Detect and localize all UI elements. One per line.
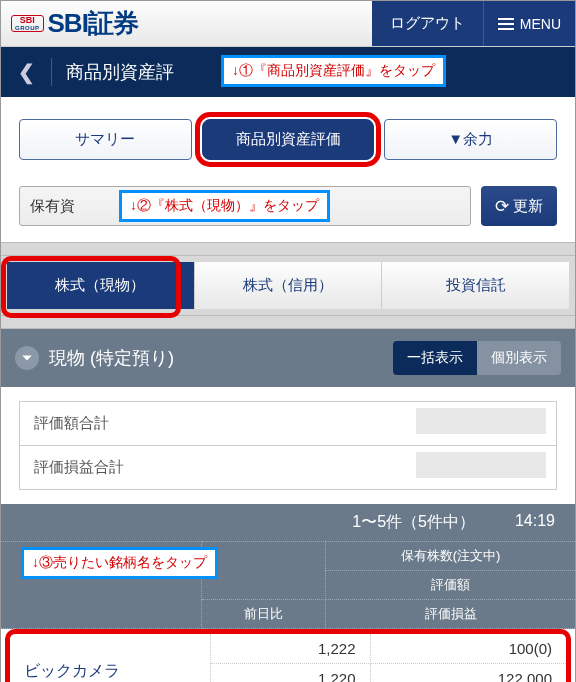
pl-total-label: 評価損益合計 <box>20 446 170 489</box>
callout-step-1: ↓①『商品別資産評価』をタップ <box>221 55 446 87</box>
summary-row-valuation: 評価額合計 <box>20 402 556 446</box>
col-prev-change: 前日比 <box>201 600 326 629</box>
stock-row[interactable]: ビックカメラ (3048) 1,222 100(0) 1,220 122,000… <box>5 629 571 682</box>
chevron-down-icon <box>21 352 33 364</box>
refresh-button[interactable]: ⟳ 更新 <box>481 186 557 226</box>
tab-summary[interactable]: サマリー <box>19 119 192 160</box>
tabs-area: サマリー 商品別資産評価 ▼余力 保有資 ↓②『株式（現物）』をタップ ⟳ 更新 <box>1 97 575 242</box>
pl-total-value <box>170 446 556 489</box>
cell-qty: 100(0) <box>370 634 566 664</box>
back-chevron-icon[interactable]: ❮ <box>1 60 51 84</box>
page-title: 商品別資産評 <box>52 60 174 84</box>
result-count: 1〜5件（5件中） <box>352 512 475 533</box>
subtab-margin[interactable]: 株式（信用） <box>195 262 383 309</box>
col-valuation: 評価額 <box>326 571 575 600</box>
brand-text: SBI証券 <box>48 6 138 41</box>
timestamp: 14:19 <box>515 512 555 533</box>
view-toggle: 一括表示 個別表示 <box>393 341 561 375</box>
menu-button[interactable]: MENU <box>483 1 575 46</box>
holdings-select-label: 保有資 <box>30 197 75 216</box>
section-header: 現物 (特定預り) 一括表示 個別表示 <box>1 329 575 387</box>
valuation-total-label: 評価額合計 <box>20 402 170 445</box>
logo-badge: SBI GROUP <box>11 15 44 32</box>
separator <box>1 242 575 256</box>
brand-logo[interactable]: SBI GROUP SBI証券 <box>1 1 372 46</box>
separator <box>1 315 575 329</box>
summary-row-pl: 評価損益合計 <box>20 446 556 489</box>
valuation-total-value <box>170 402 556 445</box>
app-header: SBI GROUP SBI証券 ログアウト MENU <box>1 1 575 47</box>
cell-price: 1,222 <box>210 634 370 664</box>
grid-meta: 1〜5件（5件中） 14:19 <box>1 504 575 541</box>
collapse-toggle[interactable] <box>15 346 39 370</box>
tab-assets[interactable]: 商品別資産評価 <box>202 119 375 160</box>
page-nav: ❮ 商品別資産評 ↓①『商品別資産評価』をタップ <box>1 47 575 97</box>
tab-extra[interactable]: ▼余力 <box>384 119 557 160</box>
stock-name: ビックカメラ <box>24 661 196 682</box>
section-title: 現物 (特定預り) <box>49 346 383 370</box>
subtab-fund[interactable]: 投資信託 <box>382 262 569 309</box>
summary-table: 評価額合計 評価損益合計 <box>19 401 557 490</box>
callout-step-3: ↓③売りたい銘柄名をタップ <box>21 547 218 579</box>
reload-icon: ⟳ <box>495 196 509 217</box>
cell-prev: 1,220 <box>210 664 370 683</box>
logout-button[interactable]: ログアウト <box>372 1 483 46</box>
subtab-spot[interactable]: 株式（現物） <box>7 262 195 309</box>
grid-header: 保有株数(注文中) 評価額 前日比 評価損益 ↓③売りたい銘柄名をタップ <box>1 541 575 629</box>
callout-step-2: ↓②『株式（現物）』をタップ <box>119 190 330 222</box>
view-individual[interactable]: 個別表示 <box>477 341 561 375</box>
view-bulk[interactable]: 一括表示 <box>393 341 477 375</box>
col-qty: 保有株数(注文中) <box>326 542 575 571</box>
cell-valuation: 122,000 <box>370 664 566 683</box>
grid-body: ビックカメラ (3048) 1,222 100(0) 1,220 122,000… <box>1 629 575 682</box>
subtabs-container: 株式（現物） 株式（信用） 投資信託 <box>1 256 575 315</box>
col-pl: 評価損益 <box>326 600 575 629</box>
hamburger-icon <box>498 15 514 33</box>
